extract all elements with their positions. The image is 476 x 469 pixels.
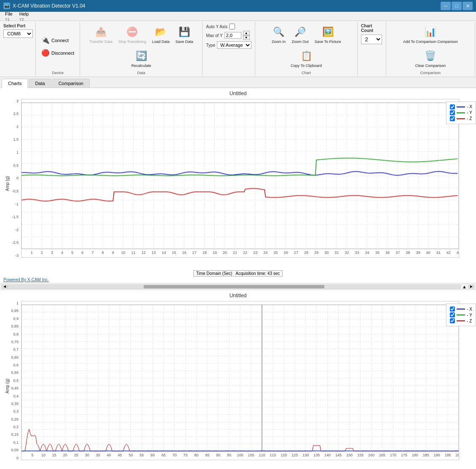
stop-icon: ⛔	[126, 25, 139, 39]
chart2-legend: - X - Y - Z	[446, 304, 476, 326]
title-bar: 📷 X-CAM Vibration Detector V1.04 ─ □ ✕	[0, 0, 476, 12]
device-section-label: Device	[52, 71, 64, 75]
tab-charts[interactable]: Charts	[2, 79, 28, 88]
stop-transfering-button[interactable]: ⛔ Stop Transfering	[116, 24, 148, 46]
transfer-data-button[interactable]: 📤 Transfer Data	[87, 24, 115, 46]
connect-icon: 🔌	[41, 36, 50, 44]
chart2-panel: Untitled 1 0,95 0,9 0,85 0,8 0,75 0,7 0,…	[0, 290, 476, 469]
port-section: Select Port COM8 COM1 COM2	[1, 22, 36, 76]
chart1-canvas	[21, 99, 459, 258]
toolbar: Select Port COM8 COM1 COM2 🔌 Connect 🔴 D…	[0, 21, 476, 77]
legend-x-line	[457, 107, 465, 107]
chart-section: 🔍 Zoom In 🔎 Zoom Out 🖼️ Save To Picture …	[255, 22, 358, 76]
type-select[interactable]: W.Average Raw Peak	[217, 41, 251, 49]
max-y-label: Max of Y	[206, 33, 222, 38]
chart2-canvas	[21, 301, 459, 460]
zoom-in-button[interactable]: 🔍 Zoom In	[270, 24, 288, 46]
tab-data[interactable]: Data	[29, 79, 51, 88]
legend-y-checkbox[interactable]	[450, 110, 455, 115]
chart1-panel: Untitled 3 2,5 2 1,5 1 0,5 0 -0,5 -1 -1,…	[0, 88, 476, 284]
chart1-area: 3 2,5 2 1,5 1 0,5 0 -0,5 -1 -1,5 -2 -2,5…	[0, 97, 476, 271]
chart-count-select[interactable]: 2 1 3 4	[361, 35, 382, 44]
legend-y-line	[457, 112, 465, 113]
legend2-z-checkbox[interactable]	[450, 318, 455, 323]
clear-comparison-button[interactable]: 🗑️ Clear Comparison	[413, 48, 448, 70]
max-y-up-button[interactable]: ▲	[243, 31, 250, 35]
minimize-button[interactable]: ─	[441, 2, 451, 10]
data-section: 📤 Transfer Data ⛔ Stop Transfering 📂 Loa…	[80, 22, 203, 76]
file-menu[interactable]: File Y1	[2, 11, 16, 22]
save-icon: 💾	[178, 25, 191, 39]
port-select[interactable]: COM8 COM1 COM2	[3, 29, 33, 38]
clear-comparison-icon: 🗑️	[424, 49, 437, 63]
legend2-x-checkbox[interactable]	[450, 306, 455, 312]
legend2-z-item: - Z	[450, 318, 472, 323]
comparison-section: 📊 Add To Comparison Comparison 🗑️ Clear …	[386, 22, 475, 76]
recalculate-icon: 🔄	[134, 49, 148, 63]
menu-bar: File Y1 Help Y2	[0, 12, 476, 21]
chart-container: Untitled 3 2,5 2 1,5 1 0,5 0 -0,5 -1 -1,…	[0, 88, 476, 469]
chart2-inner	[21, 301, 459, 460]
chart1-inner	[21, 99, 459, 258]
help-menu[interactable]: Help Y2	[16, 11, 32, 22]
disconnect-icon: 🔴	[41, 49, 50, 57]
port-label: Select Port	[3, 24, 33, 28]
chart2-title: Untitled	[0, 290, 476, 299]
auto-y-checkbox[interactable]	[229, 24, 235, 29]
auto-y-label: Auto Y Axis	[206, 24, 227, 29]
save-data-button[interactable]: 💾 Save Data	[173, 24, 195, 46]
close-button[interactable]: ✕	[463, 2, 473, 10]
legend2-x-item: - X	[450, 306, 472, 312]
tab-comparison[interactable]: Comparison	[52, 79, 90, 88]
legend2-y-line	[457, 314, 465, 315]
load-icon: 📂	[154, 25, 168, 39]
zoom-in-icon: 🔍	[272, 25, 286, 39]
recalculate-button[interactable]: 🔄 Recalculate	[129, 48, 153, 70]
save-picture-button[interactable]: 🖼️ Save To Picture	[313, 24, 343, 46]
max-y-down-button[interactable]: ▼	[243, 35, 250, 40]
scroll-track[interactable]	[8, 285, 460, 289]
device-section: 🔌 Connect 🔴 Disconnect Device	[36, 22, 80, 76]
chart1-title: Untitled	[0, 88, 476, 97]
yaxis-section: Auto Y Axis Max of Y ▲ ▼ Type W.Average …	[203, 22, 255, 76]
chart1-legend: - X - Y - Z	[446, 101, 476, 124]
chart1-ylabel: Amp (g)	[5, 176, 10, 192]
chart-section-label: Chart	[302, 71, 311, 75]
max-y-input[interactable]	[225, 32, 241, 39]
scroll-left-button[interactable]: ◀	[2, 285, 8, 289]
legend-x-item: - X	[450, 104, 472, 109]
chart1-yticks: 3 2,5 2 1,5 1 0,5 0 -0,5 -1 -1,5 -2 -2,5…	[0, 99, 20, 258]
chart2-area: 1 0,95 0,9 0,85 0,8 0,75 0,7 0,65 0,6 0,…	[0, 299, 476, 469]
add-comparison-button[interactable]: 📊 Add To Comparison Comparison	[401, 24, 460, 46]
type-label: Type	[206, 43, 215, 48]
tabs: Charts Data Comparison	[0, 77, 476, 88]
comparison-section-label: Comparison	[420, 71, 441, 75]
legend2-x-line	[457, 309, 465, 309]
chart2-yticks: 1 0,95 0,9 0,85 0,8 0,75 0,7 0,65 0,6 0,…	[0, 301, 20, 460]
zoom-out-icon: 🔎	[294, 25, 307, 39]
copy-clipboard-button[interactable]: 📋 Copy To Clipboard	[289, 48, 324, 70]
load-data-button[interactable]: 📂 Load Data	[150, 24, 172, 46]
chart1-powered-by[interactable]: Powered By X-CAM Inc.	[0, 277, 476, 283]
legend-x-checkbox[interactable]	[450, 104, 455, 109]
legend-z-item: - Z	[450, 116, 472, 121]
disconnect-button[interactable]: 🔴 Disconnect	[38, 47, 77, 59]
chart1-xlabel: Time Domain (Sec) Acquisition time: 43 s…	[0, 270, 476, 277]
scrollbar-area: ◀ ▲ ▶	[0, 283, 476, 290]
data-section-label: Data	[137, 71, 145, 75]
add-comparison-icon: 📊	[424, 25, 437, 39]
zoom-out-button[interactable]: 🔎 Zoom Out	[290, 24, 311, 46]
legend-z-line	[457, 118, 465, 119]
chart-count-section: Chart Count 2 1 3 4	[358, 22, 386, 76]
scroll-thumb[interactable]	[144, 285, 324, 288]
scroll-right-button[interactable]: ▶	[468, 285, 474, 289]
chart-count-label: Chart Count	[361, 24, 382, 33]
transfer-icon: 📤	[94, 25, 108, 39]
legend2-y-checkbox[interactable]	[450, 312, 455, 317]
legend-z-checkbox[interactable]	[450, 116, 455, 121]
save-picture-icon: 🖼️	[321, 25, 334, 39]
maximize-button[interactable]: □	[452, 2, 462, 10]
connect-button[interactable]: 🔌 Connect	[38, 35, 77, 46]
legend-y-item: - Y	[450, 110, 472, 115]
chart2-ylabel: Amp (g)	[5, 378, 10, 394]
